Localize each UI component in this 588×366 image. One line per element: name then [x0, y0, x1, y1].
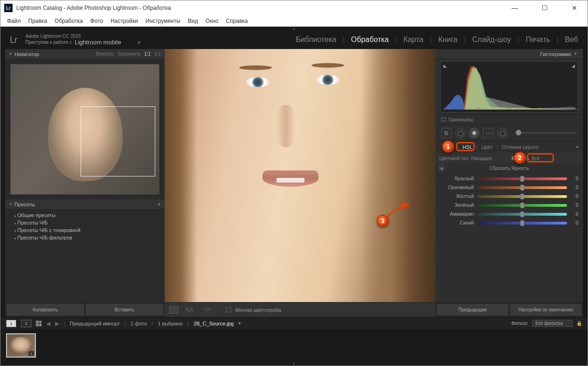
slider-label: Зелёный — [440, 203, 477, 208]
histogram-panel-header[interactable]: Гистограмма ▼ — [436, 49, 583, 59]
window-title: Lightroom Catalog - Adobe Photoshop Ligh… — [16, 5, 171, 11]
module-develop[interactable]: Обработка — [351, 35, 389, 44]
slider-value[interactable]: 0 — [567, 185, 578, 190]
slider-value[interactable]: 0 — [567, 194, 578, 199]
before-after-ra-button[interactable]: R|A — [182, 306, 197, 314]
maximize-button[interactable]: ☐ — [535, 4, 554, 12]
gradient-tool-icon[interactable]: ▭ — [483, 128, 493, 138]
loupe-view-icon[interactable] — [169, 306, 179, 314]
center-canvas-area: 3 R|A Y|Y Мягкая цветопроба — [165, 49, 436, 317]
radial-tool-icon[interactable]: ◯ — [497, 128, 507, 138]
saturation-tab[interactable]: Насыщен — [471, 156, 492, 161]
slider-yellow: Жёлтый 0 — [440, 192, 578, 201]
nav-back-icon[interactable]: ◀ — [46, 320, 50, 327]
presets-panel-header[interactable]: ▼ Пресеты + — [5, 199, 165, 210]
slider-track[interactable] — [477, 204, 567, 207]
slider-track[interactable] — [477, 213, 567, 216]
right-sidebar: Гистограмма ▼ ◣ ◢ ————— — [436, 49, 588, 317]
annotation-marker-3: 3 — [377, 215, 389, 227]
slider-track[interactable] — [477, 195, 567, 198]
menu-develop[interactable]: Обработка — [52, 17, 86, 25]
preset-folder[interactable]: Общие пресеты — [5, 211, 165, 219]
slider-value[interactable]: 0 — [567, 203, 578, 208]
thumbnail-badge-icon: ± — [28, 351, 34, 356]
menu-settings[interactable]: Настройки — [108, 17, 141, 25]
preset-folder[interactable]: Пресеты Ч/Б с тонировкой — [5, 226, 165, 234]
module-map[interactable]: Карта — [403, 35, 423, 44]
color-tab[interactable]: Цвет — [481, 144, 493, 150]
current-filename[interactable]: 2B_C_Source.jpg — [194, 321, 234, 326]
slider-track[interactable] — [477, 186, 567, 189]
collapse-icon[interactable]: ▼ — [575, 145, 579, 149]
menu-help[interactable]: Справка — [223, 17, 250, 25]
top-panel-toggle-icon[interactable]: ▲ — [0, 27, 588, 30]
preset-folder[interactable]: Пресеты Ч/Б — [5, 219, 165, 226]
slider-value[interactable]: 0 — [567, 176, 578, 181]
redeye-tool-icon[interactable] — [469, 128, 479, 138]
paste-button[interactable]: Вставить — [86, 304, 163, 315]
softproof-checkbox[interactable] — [226, 307, 231, 312]
navigator-crop-rect[interactable] — [81, 106, 155, 176]
crop-tool-icon[interactable]: ⊞ — [441, 128, 451, 138]
originals-label: Оригиналы — [449, 117, 473, 122]
hue-tab[interactable]: Цветовой тон — [439, 156, 469, 161]
mobile-arrow-icon[interactable]: ▶ — [138, 40, 141, 44]
photo-canvas[interactable]: 3 — [165, 49, 436, 302]
menu-photo[interactable]: Фото — [88, 17, 106, 25]
primary-display-button[interactable]: 1 — [6, 320, 16, 327]
bottom-panel-toggle-icon[interactable]: ▼ — [0, 362, 588, 366]
menu-edit[interactable]: Правка — [26, 17, 50, 25]
slider-track[interactable] — [477, 222, 567, 225]
slider-green: Зелёный 0 — [440, 201, 578, 210]
targeted-adjustment-tool-icon[interactable]: ◉ — [438, 165, 445, 171]
grayscale-tab[interactable]: Оттенки серого — [502, 144, 538, 150]
module-print[interactable]: Печать — [526, 35, 550, 44]
lightroom-mobile-link[interactable]: Lightroom mobile — [75, 39, 121, 46]
before-after-yy-button[interactable]: Y|Y — [201, 306, 214, 314]
filter-lock-icon[interactable]: 🔒 — [576, 321, 582, 326]
shadow-clip-icon[interactable]: ◣ — [443, 63, 447, 68]
lr-logo-text: Lr — [10, 35, 17, 45]
previous-button[interactable]: Предыдущие — [437, 304, 508, 315]
close-button[interactable]: ✕ — [565, 4, 584, 12]
originals-row[interactable]: Оригиналы — [436, 114, 583, 125]
defaults-button[interactable]: Настройки по умолчанию — [511, 304, 581, 315]
secondary-display-button[interactable]: 2 — [21, 320, 31, 327]
menu-view[interactable]: Вид — [185, 17, 201, 25]
slider-value[interactable]: 0 — [567, 211, 578, 217]
add-preset-button[interactable]: + — [158, 201, 161, 208]
nav-forward-icon[interactable]: ▶ — [55, 320, 59, 327]
filmstrip[interactable]: ± — [0, 329, 588, 362]
collapse-icon: ▼ — [574, 52, 577, 56]
nav-fill[interactable]: Заполнить — [118, 51, 140, 56]
menu-file[interactable]: Файл — [4, 17, 24, 25]
slider-aqua: Аквамарин 0 — [440, 210, 578, 218]
nav-1to1[interactable]: 1:1 — [144, 51, 151, 56]
filter-select[interactable]: Без фильтра — [532, 320, 573, 327]
nav-fit[interactable]: Вписать — [96, 51, 114, 56]
module-slideshow[interactable]: Слайд-шоу — [472, 35, 511, 44]
menu-tools[interactable]: Инструменты — [143, 17, 183, 25]
module-book[interactable]: Книга — [438, 35, 457, 44]
module-web[interactable]: Веб — [565, 35, 578, 44]
develop-tool-strip: ⊞ ◯ ▭ ◯ — [436, 125, 583, 141]
copy-button[interactable]: Копировать — [7, 304, 83, 315]
grid-view-icon[interactable] — [36, 321, 42, 326]
slider-value[interactable]: 0 — [567, 220, 578, 225]
nav-3to1[interactable]: 3:1 — [154, 51, 161, 56]
menu-window[interactable]: Окно — [203, 17, 221, 25]
brush-size-slider[interactable] — [516, 132, 577, 134]
slider-track[interactable] — [477, 177, 567, 180]
preset-folder[interactable]: Пресеты Ч/Б фильтров — [5, 234, 165, 241]
highlight-clip-icon[interactable]: ◢ — [572, 63, 575, 68]
module-library[interactable]: Библиотека — [296, 35, 336, 44]
reset-luminance-button[interactable]: Сбросить Яркость — [490, 166, 529, 171]
filmstrip-thumbnail[interactable]: ± — [6, 333, 36, 358]
module-header: Lr Adobe Lightroom CC 2015 Приступая к р… — [0, 30, 588, 49]
navigator-panel-header[interactable]: ▼ Навигатор Вписать Заполнить 1:1 3:1 — [5, 49, 165, 59]
histogram-display[interactable]: ◣ ◢ ————— — [440, 61, 578, 113]
minimize-button[interactable]: — — [505, 4, 524, 12]
source-label[interactable]: Предыдущий импорт — [70, 321, 120, 326]
spot-tool-icon[interactable]: ◯ — [455, 128, 465, 138]
navigator-preview[interactable] — [5, 59, 165, 199]
